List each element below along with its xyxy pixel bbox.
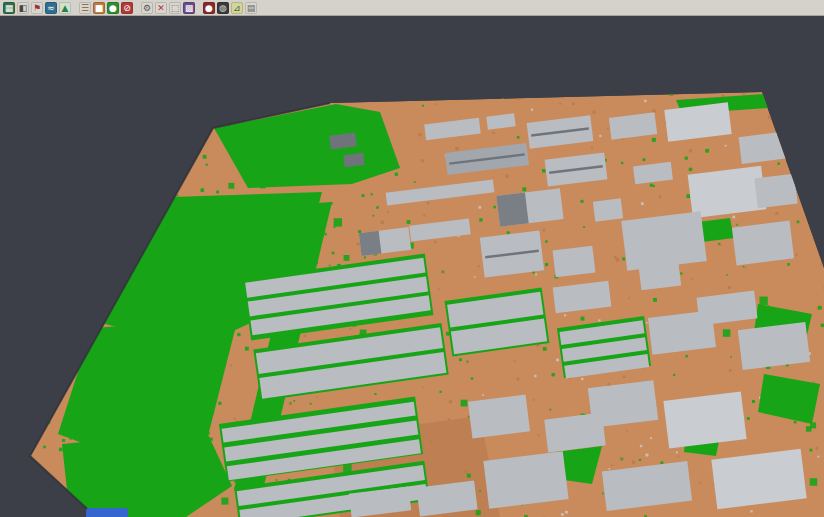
measure-icon[interactable]: ⊿	[231, 2, 243, 14]
vegetation-class-icon[interactable]: ●	[107, 2, 119, 14]
layers-icon[interactable]: ☰	[79, 2, 91, 14]
ground-class-icon[interactable]: ■	[93, 2, 105, 14]
selection-frame-icon[interactable]: ⬚	[169, 2, 181, 14]
terrain-view-icon[interactable]: ▦	[3, 2, 15, 14]
water-icon[interactable]: ≈	[45, 2, 57, 14]
close-icon[interactable]: ✕	[155, 2, 167, 14]
flag-icon[interactable]: ⚑	[31, 2, 43, 14]
toolbar: ▦◧⚑≈▲☰■●⊘⚙✕⬚▩●◍⊿▤	[0, 0, 824, 16]
record-icon[interactable]: ●	[203, 2, 215, 14]
scene-canvas[interactable]	[0, 16, 824, 517]
grid-small-icon[interactable]: ▤	[245, 2, 257, 14]
blue-object	[86, 508, 128, 517]
terrain-layer	[21, 87, 824, 517]
viewport-3d	[0, 16, 824, 517]
palette-icon[interactable]: ▩	[183, 2, 195, 14]
globe-icon[interactable]: ◍	[217, 2, 229, 14]
image-icon[interactable]: ▲	[59, 2, 71, 14]
settings-gear-icon[interactable]: ⚙	[141, 2, 153, 14]
stop-icon[interactable]: ⊘	[121, 2, 133, 14]
shading-icon[interactable]: ◧	[17, 2, 29, 14]
